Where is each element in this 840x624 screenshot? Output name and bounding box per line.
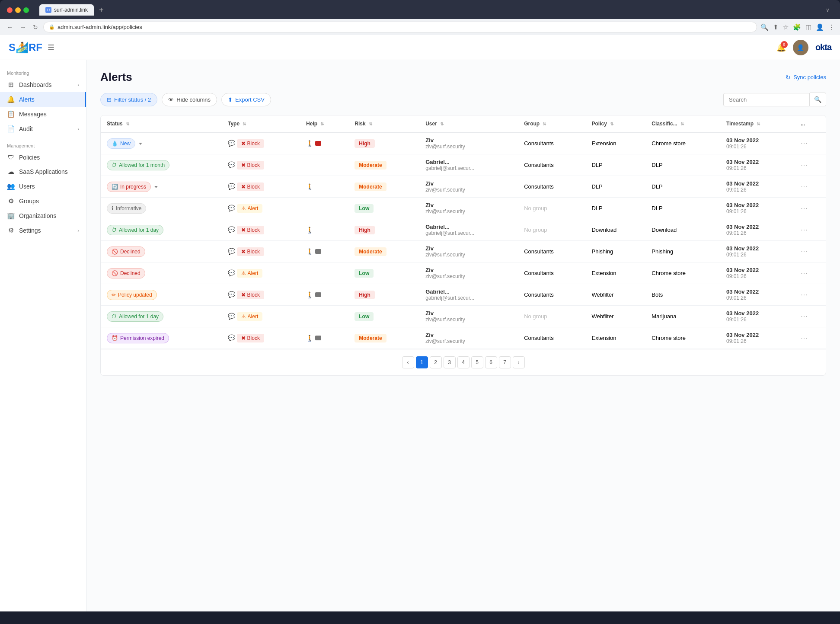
- sidebar-item-alerts[interactable]: 🔔 Alerts: [0, 92, 86, 107]
- type-cell: 💬 ⚠ Alert: [222, 262, 300, 284]
- status-dropdown-button[interactable]: [153, 183, 158, 190]
- status-badge[interactable]: ⏱ Allowed for 1 day: [107, 311, 163, 322]
- forward-button[interactable]: →: [18, 23, 28, 32]
- more-cell: ···: [795, 327, 826, 349]
- more-options-button[interactable]: ···: [801, 313, 808, 320]
- search-icon[interactable]: 🔍: [760, 23, 769, 31]
- col-help[interactable]: Help ⇅: [300, 115, 348, 132]
- col-status[interactable]: Status ⇅: [101, 115, 222, 132]
- page-7-button[interactable]: 7: [499, 356, 511, 368]
- bookmark-icon[interactable]: ☆: [783, 23, 789, 31]
- prev-page-button[interactable]: ‹: [402, 356, 414, 368]
- timestamp-cell: 03 Nov 2022 09:01:26: [720, 306, 795, 327]
- page-3-button[interactable]: 3: [444, 356, 456, 368]
- new-tab-button[interactable]: +: [97, 6, 105, 15]
- sidebar-toggle-icon[interactable]: ◫: [805, 23, 811, 31]
- col-group[interactable]: Group ⇅: [518, 115, 585, 132]
- export-csv-button[interactable]: ⬆ Export CSV: [221, 93, 271, 106]
- col-timestamp[interactable]: Timestamp ⇅: [720, 115, 795, 132]
- status-label: In progress: [120, 184, 146, 190]
- type-label: Alert: [248, 270, 259, 276]
- sidebar-item-saas[interactable]: ☁ SaaS Applications: [0, 164, 86, 179]
- more-options-button[interactable]: ···: [801, 334, 808, 342]
- status-label: Permission expired: [120, 335, 164, 341]
- person-icon: 🚶: [306, 183, 313, 190]
- classification-cell: Phishing: [645, 241, 720, 262]
- group-cell: Consultants: [518, 262, 585, 284]
- col-risk[interactable]: Risk ⇅: [348, 115, 419, 132]
- user-avatar[interactable]: 👤: [793, 40, 808, 55]
- more-options-button[interactable]: ···: [801, 161, 808, 169]
- share-icon[interactable]: ⬆: [773, 23, 779, 31]
- chevron-down-icon: ›: [77, 82, 79, 87]
- sidebar-item-policies[interactable]: 🛡 Policies: [0, 150, 86, 164]
- sidebar-item-audit[interactable]: 📄 Audit ›: [0, 122, 86, 136]
- address-bar[interactable]: 🔒 admin.surf-admin.link/app/policies: [43, 22, 757, 32]
- sort-icon: ⇅: [126, 122, 129, 126]
- status-badge[interactable]: 🚫 Declined: [107, 246, 145, 257]
- sidebar-item-groups[interactable]: ⚙ Groups: [0, 194, 86, 208]
- sidebar-item-users[interactable]: 👥 Users: [0, 179, 86, 194]
- more-options-button[interactable]: ···: [801, 248, 808, 255]
- more-options-button[interactable]: ···: [801, 269, 808, 277]
- page-6-button[interactable]: 6: [485, 356, 497, 368]
- timestamp-time: 09:01:26: [726, 295, 789, 301]
- more-options-button[interactable]: ···: [801, 205, 808, 212]
- status-cell: ⏱ Allowed for 1 day: [101, 219, 222, 241]
- page-1-button[interactable]: 1: [416, 356, 428, 368]
- status-badge[interactable]: 🔄 In progress: [107, 182, 151, 192]
- user-name: Ziv: [425, 310, 512, 317]
- back-button[interactable]: ←: [5, 23, 15, 32]
- status-badge[interactable]: ⏱ Allowed for 1 day: [107, 225, 163, 235]
- sidebar-item-organizations[interactable]: 🏢 Organizations: [0, 208, 86, 223]
- more-options-button[interactable]: ···: [801, 140, 808, 147]
- maximize-button[interactable]: [23, 7, 29, 13]
- user-email: ziv@surf.security: [425, 273, 512, 279]
- filter-status-button[interactable]: ⊟ Filter status / 2: [100, 93, 157, 106]
- help-cell: 🚶: [300, 219, 348, 241]
- active-tab[interactable]: U surf-admin.link: [39, 4, 94, 16]
- policy-cell: DLP: [585, 154, 645, 176]
- next-page-button[interactable]: ›: [513, 356, 525, 368]
- user-name: Ziv: [425, 180, 512, 187]
- status-badge[interactable]: ✏ Policy updated: [107, 290, 157, 300]
- status-badge[interactable]: 💧 New: [107, 138, 135, 149]
- col-type[interactable]: Type ⇅: [222, 115, 300, 132]
- status-badge[interactable]: ⏰ Permission expired: [107, 333, 169, 343]
- more-options-button[interactable]: ···: [801, 226, 808, 234]
- page-5-button[interactable]: 5: [471, 356, 483, 368]
- square-icon: [315, 292, 321, 297]
- close-button[interactable]: [7, 7, 13, 13]
- minimize-button[interactable]: [15, 7, 21, 13]
- search-input[interactable]: [723, 93, 810, 106]
- status-dropdown-button[interactable]: [137, 140, 142, 147]
- risk-cell: High: [348, 284, 419, 306]
- status-cell: ✏ Policy updated: [101, 284, 222, 306]
- sidebar-item-settings[interactable]: ⚙ Settings ›: [0, 223, 86, 238]
- status-badge[interactable]: ⏱ Allowed for 1 month: [107, 160, 169, 170]
- user-name: Gabriel...: [425, 288, 512, 295]
- reload-button[interactable]: ↻: [31, 23, 40, 32]
- search-button[interactable]: 🔍: [810, 93, 826, 106]
- page-title: Alerts: [100, 70, 132, 84]
- status-badge[interactable]: 🚫 Declined: [107, 268, 145, 278]
- status-badge[interactable]: ℹ Informative: [107, 203, 146, 214]
- sync-policies-button[interactable]: ↻ Sync policies: [786, 74, 826, 81]
- profile-icon[interactable]: 👤: [816, 23, 824, 31]
- sidebar-item-dashboards[interactable]: ⊞ Dashboards ›: [0, 77, 86, 92]
- hamburger-menu[interactable]: ☰: [48, 43, 54, 52]
- sidebar-item-messages[interactable]: 📋 Messages: [0, 107, 86, 122]
- risk-badge: Low: [355, 312, 374, 321]
- col-classification[interactable]: Classific... ⇅: [645, 115, 720, 132]
- col-user[interactable]: User ⇅: [419, 115, 518, 132]
- extensions-icon[interactable]: 🧩: [793, 23, 801, 31]
- more-options-button[interactable]: ···: [801, 183, 808, 190]
- page-4-button[interactable]: 4: [457, 356, 470, 368]
- col-policy[interactable]: Policy ⇅: [585, 115, 645, 132]
- classification-cell: Bots: [645, 284, 720, 306]
- page-2-button[interactable]: 2: [430, 356, 442, 368]
- menu-icon[interactable]: ⋮: [828, 23, 835, 31]
- notifications-button[interactable]: 🔔 9: [776, 43, 786, 52]
- hide-columns-button[interactable]: 👁 Hide columns: [162, 93, 217, 106]
- more-options-button[interactable]: ···: [801, 291, 808, 298]
